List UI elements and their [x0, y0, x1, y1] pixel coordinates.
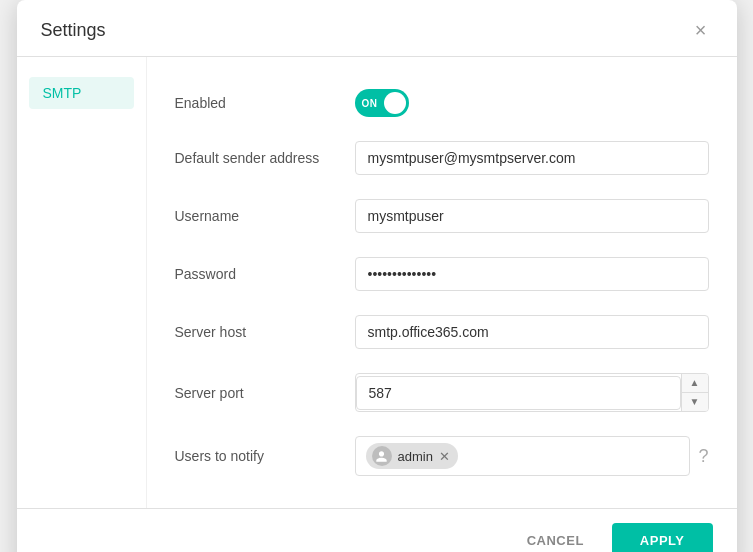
spinner-down-button[interactable]: ▼	[682, 393, 708, 411]
label-enabled: Enabled	[175, 95, 355, 111]
form-row-server-host: Server host	[175, 303, 709, 361]
dialog-header: Settings ×	[17, 0, 737, 57]
dialog-title: Settings	[41, 20, 106, 41]
server-port-field-wrapper: ▲ ▼	[355, 373, 709, 412]
cancel-button[interactable]: CANCEL	[511, 525, 600, 552]
toggle-on-label: ON	[362, 98, 378, 109]
form-row-server-port: Server port ▲ ▼	[175, 361, 709, 424]
label-sender: Default sender address	[175, 150, 355, 166]
label-server-port: Server port	[175, 385, 355, 401]
label-password: Password	[175, 266, 355, 282]
close-button[interactable]: ×	[689, 18, 713, 42]
server-host-input[interactable]	[355, 315, 709, 349]
server-port-spinner: ▲ ▼	[355, 373, 709, 412]
spinner-up-button[interactable]: ▲	[682, 374, 708, 393]
help-icon[interactable]: ?	[698, 446, 708, 467]
apply-button[interactable]: APPLY	[612, 523, 713, 552]
sender-input[interactable]	[355, 141, 709, 175]
spinner-buttons: ▲ ▼	[681, 374, 708, 411]
sidebar-item-smtp[interactable]: SMTP	[29, 77, 134, 109]
username-input[interactable]	[355, 199, 709, 233]
users-notify-wrapper: admin ✕ ?	[355, 436, 709, 476]
enabled-toggle[interactable]: ON	[355, 89, 409, 117]
password-field-wrapper	[355, 257, 709, 291]
form-row-username: Username	[175, 187, 709, 245]
server-host-field-wrapper	[355, 315, 709, 349]
enabled-toggle-wrapper: ON	[355, 89, 709, 117]
users-field[interactable]: admin ✕	[355, 436, 691, 476]
sidebar: SMTP	[17, 57, 147, 508]
form-row-password: Password	[175, 245, 709, 303]
server-port-input[interactable]	[356, 376, 681, 410]
chip-remove-button[interactable]: ✕	[439, 450, 450, 463]
username-field-wrapper	[355, 199, 709, 233]
avatar	[372, 446, 392, 466]
sender-field-wrapper	[355, 141, 709, 175]
label-users-notify: Users to notify	[175, 448, 355, 464]
form-row-sender: Default sender address	[175, 129, 709, 187]
label-username: Username	[175, 208, 355, 224]
settings-dialog: Settings × SMTP Enabled ON	[17, 0, 737, 552]
dialog-footer: CANCEL APPLY	[17, 508, 737, 552]
form-row-enabled: Enabled ON	[175, 77, 709, 129]
form-row-users-notify: Users to notify admin ✕ ?	[175, 424, 709, 488]
chip-admin-label: admin	[398, 449, 433, 464]
label-server-host: Server host	[175, 324, 355, 340]
user-chip-admin: admin ✕	[366, 443, 458, 469]
dialog-body: SMTP Enabled ON Default sender address	[17, 57, 737, 508]
password-input[interactable]	[355, 257, 709, 291]
form-area: Enabled ON Default sender address	[147, 57, 737, 508]
